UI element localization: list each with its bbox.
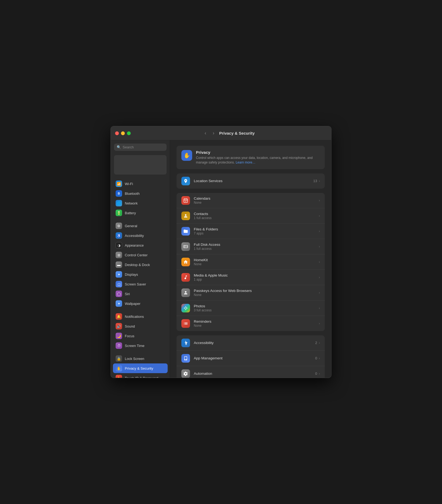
sidebar-label-bluetooth: Bluetooth xyxy=(125,192,140,196)
security-items-card: Accessibility 2 › App Management xyxy=(177,335,325,378)
sidebar-item-control-center[interactable]: ⊞ Control Center xyxy=(113,250,168,260)
files-folders-item[interactable]: Files & Folders 7 apps › xyxy=(177,223,325,239)
contacts-item[interactable]: Contacts 1 full access › xyxy=(177,208,325,223)
sidebar-label-privacy-security: Privacy & Security xyxy=(125,366,153,370)
battery-icon: 🔋 xyxy=(116,210,122,216)
photos-right: › xyxy=(319,306,320,310)
automation-icon xyxy=(181,369,190,378)
contacts-chevron-icon: › xyxy=(319,214,320,218)
sidebar-item-lock-screen[interactable]: 🔒 Lock Screen xyxy=(113,354,168,363)
accessibility2-right: 2 › xyxy=(315,341,320,345)
sidebar-item-battery[interactable]: 🔋 Battery xyxy=(113,208,168,218)
sidebar-label-control-center: Control Center xyxy=(125,253,148,257)
forward-button[interactable]: › xyxy=(211,129,216,137)
full-disk-item[interactable]: Full Disk Access 1 full access › xyxy=(177,239,325,254)
sidebar-item-desktop-dock[interactable]: ▬ Desktop & Dock xyxy=(113,260,168,270)
reminders-text: Reminders None xyxy=(194,319,315,328)
homekit-icon xyxy=(181,258,190,266)
automation-count: 0 xyxy=(315,372,317,376)
sidebar-item-touch-id[interactable]: 👆 Touch ID & Password xyxy=(113,373,168,378)
learn-more-link[interactable]: Learn more… xyxy=(236,161,255,164)
sidebar-item-bluetooth[interactable]: B Bluetooth xyxy=(113,189,168,198)
sidebar-list: 📶 Wi-Fi B Bluetooth 🌐 Network 🔋 Battery xyxy=(111,179,170,378)
contacts-text: Contacts 1 full access xyxy=(194,212,315,220)
bluetooth-icon: B xyxy=(116,190,122,197)
homekit-title: HomeKit xyxy=(194,258,315,262)
location-services-text: Location Services xyxy=(194,179,309,183)
media-music-chevron-icon: › xyxy=(319,275,320,279)
homekit-text: HomeKit None xyxy=(194,258,315,266)
privacy-items-card: 17 Calendars None › Contacts xyxy=(177,193,325,331)
calendars-title: Calendars xyxy=(194,196,315,200)
passkeys-item[interactable]: Passkeys Access for Web Browsers None › xyxy=(177,285,325,300)
app-management-chevron-icon: › xyxy=(319,356,320,360)
screen-saver-icon: ◻ xyxy=(116,281,122,287)
photos-item[interactable]: Photos 3 full access › xyxy=(177,300,325,316)
maximize-button[interactable] xyxy=(127,131,131,135)
app-management-item[interactable]: App Management 0 › xyxy=(177,350,325,366)
reminders-icon xyxy=(181,319,190,328)
sidebar-item-displays[interactable]: ✦ Displays xyxy=(113,270,168,279)
sidebar-item-screen-saver[interactable]: ◻ Screen Saver xyxy=(113,279,168,289)
passkeys-text: Passkeys Access for Web Browsers None xyxy=(194,289,315,297)
back-button[interactable]: ‹ xyxy=(203,129,208,137)
automation-item[interactable]: Automation 0 › xyxy=(177,366,325,378)
location-services-icon xyxy=(181,177,190,185)
titlebar-center: ‹ › Privacy & Security xyxy=(131,129,327,137)
window-title: Privacy & Security xyxy=(219,131,255,135)
search-bar[interactable]: 🔍 xyxy=(114,144,167,151)
full-disk-title: Full Disk Access xyxy=(194,243,315,247)
close-button[interactable] xyxy=(115,131,119,135)
sidebar-label-touch-id: Touch ID & Password xyxy=(125,376,158,378)
sidebar-item-network[interactable]: 🌐 Network xyxy=(113,198,168,208)
location-services-item[interactable]: Location Services 13 › xyxy=(177,173,325,189)
photos-subtitle: 3 full access xyxy=(194,308,315,312)
sidebar-item-sound[interactable]: 🔊 Sound xyxy=(113,321,168,331)
minimize-button[interactable] xyxy=(121,131,125,135)
accessibility2-title: Accessibility xyxy=(194,341,311,345)
sidebar-item-siri[interactable]: ◯ Siri xyxy=(113,289,168,299)
sidebar: 🔍 📶 Wi-Fi B Bluetooth 🌐 xyxy=(111,140,170,378)
homekit-item[interactable]: HomeKit None › xyxy=(177,254,325,270)
reminders-item[interactable]: Reminders None › xyxy=(177,316,325,331)
app-management-icon xyxy=(181,354,190,363)
sidebar-item-appearance[interactable]: ◑ Appearance xyxy=(113,240,168,250)
accessibility2-text: Accessibility xyxy=(194,341,311,345)
automation-right: 0 › xyxy=(315,372,320,376)
calendars-chevron-icon: › xyxy=(319,198,320,202)
sidebar-item-privacy-security[interactable]: ✋ Privacy & Security xyxy=(113,363,168,373)
app-management-right: 0 › xyxy=(315,356,320,360)
sidebar-item-wallpaper[interactable]: ✦ Wallpaper xyxy=(113,299,168,308)
traffic-lights xyxy=(115,131,131,135)
svg-text:17: 17 xyxy=(185,200,187,202)
contacts-right: › xyxy=(319,214,320,218)
sidebar-label-wallpaper: Wallpaper xyxy=(125,302,140,306)
control-center-icon: ⊞ xyxy=(116,252,122,258)
sidebar-item-notifications[interactable]: 🔔 Notifications xyxy=(113,312,168,321)
calendars-icon: 17 xyxy=(181,196,190,205)
calendars-item[interactable]: 17 Calendars None › xyxy=(177,193,325,208)
app-management-count: 0 xyxy=(315,356,317,360)
sidebar-item-screen-time[interactable]: ⏱ Screen Time xyxy=(113,341,168,350)
sidebar-section-network: 📶 Wi-Fi B Bluetooth 🌐 Network 🔋 Battery xyxy=(113,179,168,218)
search-input[interactable] xyxy=(123,145,164,149)
sidebar-label-displays: Displays xyxy=(125,273,138,277)
files-folders-right: › xyxy=(319,229,320,233)
sidebar-label-screen-saver: Screen Saver xyxy=(125,282,146,286)
sidebar-item-focus[interactable]: 🌙 Focus xyxy=(113,331,168,341)
privacy-header-icon: ✋ xyxy=(181,150,192,161)
wallpaper-icon: ✦ xyxy=(116,300,122,307)
media-music-item[interactable]: Media & Apple Music 1 app › xyxy=(177,270,325,285)
location-services-card[interactable]: Location Services 13 › xyxy=(177,173,325,189)
sidebar-label-focus: Focus xyxy=(125,334,134,338)
privacy-description: Control which apps can access your data,… xyxy=(196,156,320,165)
accessibility2-item[interactable]: Accessibility 2 › xyxy=(177,335,325,350)
sidebar-item-wifi[interactable]: 📶 Wi-Fi xyxy=(113,179,168,189)
sidebar-label-accessibility: Accessibility xyxy=(125,234,144,238)
sidebar-label-notifications: Notifications xyxy=(125,315,144,319)
sidebar-item-general[interactable]: ⚙ General xyxy=(113,221,168,231)
reminders-right: › xyxy=(319,321,320,325)
appearance-icon: ◑ xyxy=(116,242,122,248)
sidebar-item-accessibility[interactable]: ♿ Accessibility xyxy=(113,231,168,240)
passkeys-title: Passkeys Access for Web Browsers xyxy=(194,289,315,293)
